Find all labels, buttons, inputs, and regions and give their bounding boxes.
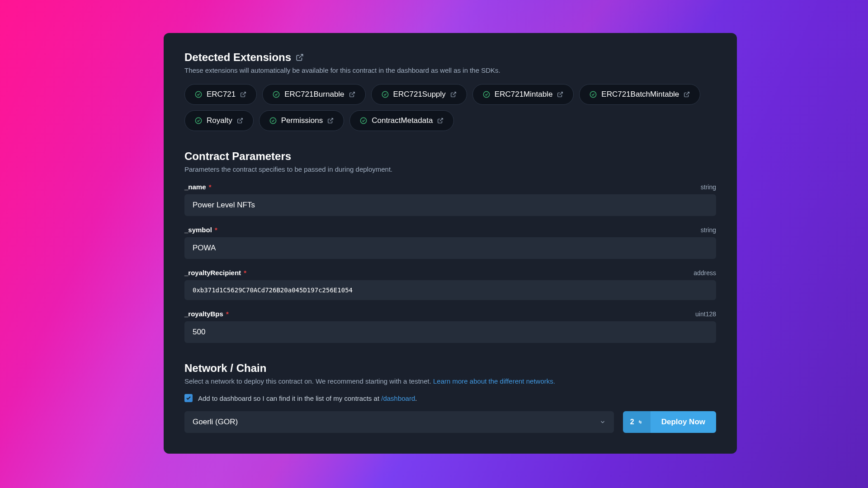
field-input[interactable] bbox=[184, 280, 716, 300]
params-title: Contract Parameters bbox=[184, 150, 716, 163]
field-header: _name *string bbox=[184, 183, 716, 191]
field-header: _royaltyBps *uint128 bbox=[184, 310, 716, 318]
swap-icon bbox=[637, 419, 643, 425]
extension-label: Permissions bbox=[281, 116, 323, 125]
network-subtitle-text: Select a network to deploy this contract… bbox=[184, 377, 433, 385]
add-dashboard-row: Add to dashboard so I can find it in the… bbox=[184, 394, 716, 402]
svg-line-6 bbox=[453, 92, 456, 95]
param-field: _symbol *string bbox=[184, 226, 716, 259]
extensions-subtitle: These extensions will automatically be a… bbox=[184, 66, 716, 74]
extensions-title-text: Detected Extensions bbox=[184, 51, 291, 64]
check-circle-icon bbox=[360, 117, 367, 124]
external-link-icon bbox=[349, 91, 355, 98]
required-asterisk: * bbox=[226, 310, 229, 318]
svg-line-14 bbox=[330, 118, 333, 121]
extensions-title: Detected Extensions bbox=[184, 51, 716, 64]
check-icon bbox=[186, 395, 191, 401]
field-type: string bbox=[701, 226, 716, 234]
external-link-icon bbox=[450, 91, 457, 98]
extension-label: ERC721Mintable bbox=[495, 90, 553, 99]
svg-line-0 bbox=[299, 54, 303, 58]
extension-chip[interactable]: Permissions bbox=[259, 110, 344, 131]
params-fields: _name *string_symbol *string_royaltyReci… bbox=[184, 183, 716, 343]
extension-chip[interactable]: Royalty bbox=[184, 110, 254, 131]
extension-chip[interactable]: ERC721Supply bbox=[371, 84, 467, 105]
network-selected-value: Goerli (GOR) bbox=[193, 418, 238, 427]
field-label: _royaltyBps * bbox=[184, 310, 229, 318]
add-dashboard-label: Add to dashboard so I can find it in the… bbox=[198, 394, 417, 402]
svg-line-2 bbox=[243, 92, 245, 95]
param-field: _name *string bbox=[184, 183, 716, 216]
deploy-panel: Detected Extensions These extensions wil… bbox=[164, 33, 737, 454]
svg-line-16 bbox=[440, 118, 443, 121]
svg-line-4 bbox=[351, 92, 354, 95]
extensions-section: Detected Extensions These extensions wil… bbox=[184, 51, 716, 131]
extension-chip[interactable]: ERC721Mintable bbox=[472, 84, 574, 105]
deploy-row: Goerli (GOR) 2 Deploy Now bbox=[184, 411, 716, 433]
check-circle-icon bbox=[590, 91, 597, 98]
params-section: Contract Parameters Parameters the contr… bbox=[184, 150, 716, 343]
extension-chip[interactable]: ContractMetadata bbox=[349, 110, 454, 131]
field-header: _royaltyRecipient *address bbox=[184, 269, 716, 277]
network-select[interactable]: Goerli (GOR) bbox=[184, 411, 614, 433]
extension-label: ERC721BatchMintable bbox=[601, 90, 679, 99]
param-field: _royaltyRecipient *address bbox=[184, 269, 716, 300]
extension-label: Royalty bbox=[207, 116, 232, 125]
external-link-icon bbox=[237, 117, 243, 124]
add-dashboard-checkbox[interactable] bbox=[184, 394, 193, 402]
field-type: string bbox=[701, 183, 716, 191]
external-link-icon bbox=[557, 91, 563, 98]
chevron-down-icon bbox=[599, 419, 606, 425]
extension-label: ERC721 bbox=[207, 90, 236, 99]
check-circle-icon bbox=[382, 91, 389, 98]
external-link-icon bbox=[327, 117, 334, 124]
deploy-group: 2 Deploy Now bbox=[623, 411, 716, 433]
check-circle-icon bbox=[483, 91, 490, 98]
field-type: uint128 bbox=[695, 310, 716, 318]
field-input[interactable] bbox=[184, 194, 716, 216]
network-section: Network / Chain Select a network to depl… bbox=[184, 362, 716, 433]
extension-label: ContractMetadata bbox=[372, 116, 433, 125]
network-title: Network / Chain bbox=[184, 362, 716, 375]
external-link-icon bbox=[240, 91, 246, 98]
check-circle-icon bbox=[195, 91, 202, 98]
check-circle-icon bbox=[273, 91, 280, 98]
field-label: _royaltyRecipient * bbox=[184, 269, 246, 277]
extension-chip[interactable]: ERC721 bbox=[184, 84, 257, 105]
field-label: _symbol * bbox=[184, 226, 217, 234]
extension-chip[interactable]: ERC721BatchMintable bbox=[579, 84, 700, 105]
field-label: _name * bbox=[184, 183, 212, 191]
check-circle-icon bbox=[195, 117, 202, 124]
tx-count-value: 2 bbox=[630, 418, 634, 426]
required-asterisk: * bbox=[215, 226, 217, 234]
extensions-list: ERC721ERC721BurnableERC721SupplyERC721Mi… bbox=[184, 84, 716, 131]
dashboard-link[interactable]: /dashboard bbox=[381, 394, 415, 402]
param-field: _royaltyBps *uint128 bbox=[184, 310, 716, 343]
external-link-icon bbox=[296, 53, 304, 61]
field-type: address bbox=[693, 269, 716, 277]
field-header: _symbol *string bbox=[184, 226, 716, 234]
tx-count-badge[interactable]: 2 bbox=[623, 411, 651, 433]
external-link-icon bbox=[437, 117, 443, 124]
extension-chip[interactable]: ERC721Burnable bbox=[262, 84, 365, 105]
field-input[interactable] bbox=[184, 237, 716, 259]
deploy-button[interactable]: Deploy Now bbox=[651, 411, 716, 433]
network-subtitle: Select a network to deploy this contract… bbox=[184, 377, 716, 385]
field-input[interactable] bbox=[184, 321, 716, 343]
extension-label: ERC721Burnable bbox=[284, 90, 344, 99]
check-circle-icon bbox=[269, 117, 277, 124]
learn-more-link[interactable]: Learn more about the different networks. bbox=[433, 377, 555, 385]
svg-line-10 bbox=[686, 92, 689, 95]
svg-line-8 bbox=[560, 92, 562, 95]
svg-line-12 bbox=[240, 118, 242, 121]
params-subtitle: Parameters the contract specifies to be … bbox=[184, 165, 716, 173]
external-link-icon bbox=[684, 91, 690, 98]
required-asterisk: * bbox=[209, 183, 212, 191]
required-asterisk: * bbox=[244, 269, 246, 277]
extension-label: ERC721Supply bbox=[393, 90, 446, 99]
